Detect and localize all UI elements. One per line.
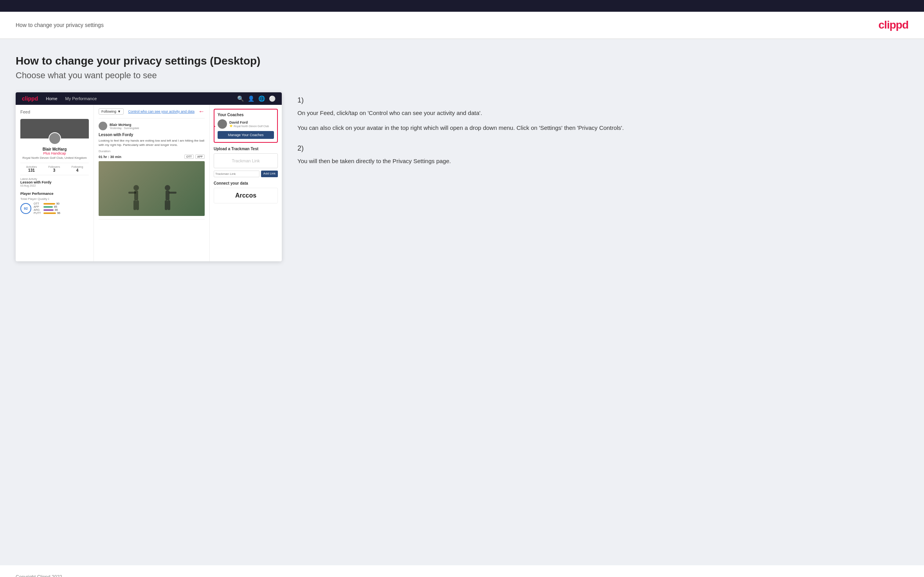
instruction-2: 2) You will then be taken directly to th… (297, 144, 908, 166)
activity-duration-label: Duration (99, 149, 205, 153)
tag-app: APP (195, 155, 205, 159)
globe-icon: 🌐 (258, 95, 265, 102)
trackman-placeholder: Trackman Link (214, 153, 278, 168)
latest-activity: Latest Activity Lesson with Fordy 03 Aug… (20, 175, 89, 189)
page-subtitle: Choose what you want people to see (16, 70, 908, 81)
svg-point-0 (133, 185, 139, 191)
quality-score-circle: 92 (20, 203, 31, 214)
profile-card: Blair McHarg Plus Handicap Royal North D… (20, 119, 89, 217)
main-content: How to change your privacy settings (Des… (0, 39, 924, 565)
app-sidebar: Feed Blair McHarg Plus Handicap Royal No… (16, 105, 94, 261)
trackman-title: Upload a Trackman Test (214, 147, 278, 151)
profile-club: Royal North Devon Golf Club, United King… (20, 156, 89, 160)
activity-user: Blair McHarg Yesterday · Sunningdale (99, 122, 205, 130)
profile-stats: Activities 131 Followers 3 Following 4 (20, 163, 89, 175)
copyright-text: Copyright Clippd 2022 (16, 574, 62, 577)
activity-username: Blair McHarg (110, 123, 139, 127)
activity-card: Blair McHarg Yesterday · Sunningdale Les… (99, 119, 205, 219)
instruction-1: 1) On your Feed, click/tap on 'Control w… (297, 96, 908, 133)
content-area: clippd Home My Performance 🔍 👤 🌐 ⚪ Feed (16, 92, 908, 261)
instruction-1-extra: You can also click on your avatar in the… (297, 123, 908, 133)
app-feed: Following ▼ Control who can see your act… (94, 105, 209, 261)
header: How to change your privacy settings clip… (0, 12, 924, 39)
svg-rect-8 (165, 200, 168, 210)
instruction-1-number: 1) (297, 96, 908, 104)
search-icon: 🔍 (237, 95, 244, 102)
svg-rect-7 (169, 192, 177, 194)
svg-rect-3 (133, 200, 136, 210)
header-title: How to change your privacy settings (16, 22, 104, 28)
nav-icons: 🔍 👤 🌐 ⚪ (237, 95, 276, 102)
arccos-logo: Arccos (214, 188, 278, 203)
feed-label: Feed (20, 110, 89, 116)
instruction-2-number: 2) (297, 144, 908, 153)
coaches-highlight-box: Your Coaches David Ford ⭐ Royal North De… (214, 109, 278, 143)
profile-header (20, 119, 89, 138)
tag-ott: OTT (184, 155, 194, 159)
add-link-button[interactable]: Add Link (261, 171, 278, 177)
trackman-section: Upload a Trackman Test Trackman Link Add… (214, 147, 278, 177)
manage-coaches-button[interactable]: Manage Your Coaches (218, 131, 274, 139)
pp-stats-list: OTT 90 APP 85 (34, 202, 60, 215)
avatar-icon: ⚪ (269, 95, 276, 102)
activity-title: Lesson with Fordy (99, 133, 205, 137)
activity-tags: OTT APP (184, 155, 205, 159)
feed-header: Following ▼ Control who can see your act… (99, 105, 205, 119)
stat-following: Following 4 (72, 165, 83, 173)
stat-followers: Followers 3 (49, 165, 60, 173)
golfer-silhouette-2 (158, 185, 177, 216)
svg-rect-4 (136, 200, 139, 210)
activity-image (99, 161, 205, 216)
page-title: How to change your privacy settings (Des… (16, 55, 908, 67)
stat-activities: Activities 131 (26, 165, 37, 173)
instruction-2-text: You will then be taken directly to the P… (297, 156, 908, 166)
svg-point-5 (165, 185, 170, 191)
nav-home: Home (46, 96, 57, 101)
activity-location: Yesterday · Sunningdale (110, 127, 139, 129)
instruction-1-text: On your Feed, click/tap on 'Control who … (297, 108, 908, 118)
top-bar (0, 0, 924, 12)
player-performance-section: Player Performance Total Player Quality … (20, 189, 89, 217)
following-button[interactable]: Following ▼ (99, 108, 124, 115)
screenshot-mockup: clippd Home My Performance 🔍 👤 🌐 ⚪ Feed (16, 92, 282, 261)
duration-value: 01 hr : 30 min (99, 155, 121, 159)
svg-rect-9 (168, 200, 170, 210)
connect-title: Connect your data (214, 181, 278, 185)
svg-rect-2 (128, 192, 136, 194)
instructions-panel: 1) On your Feed, click/tap on 'Control w… (297, 92, 908, 182)
activity-description: Looking to feel like my hands are exitin… (99, 138, 205, 147)
trackman-input[interactable] (214, 171, 259, 177)
red-arrow-icon: ← (198, 108, 205, 115)
profile-handicap: Plus Handicap (20, 151, 89, 155)
profile-name: Blair McHarg (20, 147, 89, 151)
app-navbar: clippd Home My Performance 🔍 👤 🌐 ⚪ (16, 92, 282, 105)
connect-data-section: Connect your data Arccos (214, 181, 278, 203)
footer: Copyright Clippd 2022 (0, 565, 924, 577)
profile-avatar-img (49, 132, 61, 145)
activity-user-avatar (99, 122, 107, 130)
app-right-panel: Your Coaches David Ford ⭐ Royal North De… (209, 105, 282, 261)
app-body: Feed Blair McHarg Plus Handicap Royal No… (16, 105, 282, 261)
total-quality: Total Player Quality ℹ (20, 197, 89, 201)
coach-club: ⭐ Royal North Devon Golf Club (229, 124, 269, 128)
coaches-title: Your Coaches (218, 113, 274, 117)
control-privacy-link[interactable]: Control who can see your activity and da… (128, 110, 195, 113)
nav-my-performance: My Performance (65, 96, 97, 101)
coach-avatar (218, 119, 227, 129)
clippd-logo: clippd (879, 19, 908, 31)
golfer-silhouette-1 (126, 185, 146, 216)
person-icon: 👤 (248, 95, 254, 102)
coach-name: David Ford (229, 120, 269, 124)
app-logo: clippd (22, 95, 38, 102)
coach-item: David Ford ⭐ Royal North Devon Golf Club (218, 119, 274, 129)
